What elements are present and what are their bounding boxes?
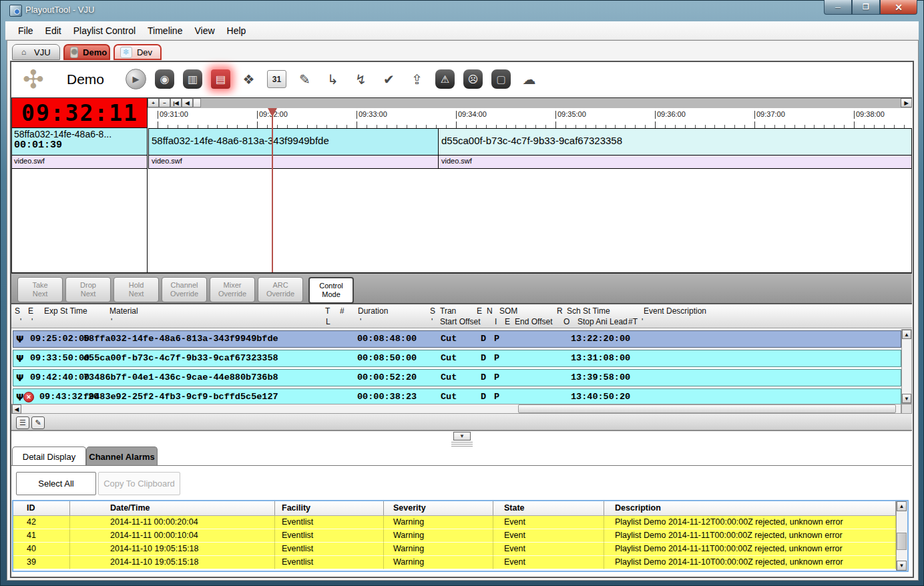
take-next-button[interactable]: Take Next <box>17 277 63 302</box>
grid-horizontal-scrollbar[interactable]: ◀ <box>11 404 901 414</box>
alarm-description: Playlist Demo 2014-11-12T00:00:00Z rejec… <box>604 516 896 529</box>
calendar-icon[interactable]: 31 <box>267 70 286 88</box>
splitter-grip[interactable] <box>451 442 473 447</box>
zoom-in-button[interactable]: + <box>148 98 159 107</box>
cloud-warning-icon[interactable]: ☁ <box>519 69 539 89</box>
alarm-row[interactable]: 40 2014-11-10 19:05:15:18 Eventlist Warn… <box>13 543 896 556</box>
playhead-marker[interactable] <box>268 108 277 117</box>
col-ht: #T <box>628 317 638 326</box>
flag-e: D <box>481 353 486 363</box>
edit-button[interactable]: ✎ <box>31 416 45 429</box>
arc-override-button[interactable]: ARC Override <box>258 277 303 302</box>
alarm-id: 42 <box>13 516 70 529</box>
transition: Cut <box>441 392 457 402</box>
timeline-clip-video-1[interactable]: 58ffa032-14fe-48a6-813a-343f9949bfde <box>148 128 439 156</box>
live-event-icon: Ψ <box>16 372 23 383</box>
alarm-severity: Warning <box>384 529 493 543</box>
minimize-button[interactable]: ─ <box>824 0 852 15</box>
monitor-warning-icon[interactable]: ⚠ <box>435 69 455 89</box>
col-duration: Duration <box>358 306 388 316</box>
alarms-vertical-scrollbar[interactable]: ▲ ▼ <box>896 501 907 571</box>
collapse-panel-button[interactable]: ▼ <box>453 432 471 441</box>
ruler-tick-label: 09:35:00 <box>555 111 586 119</box>
check-signal-icon[interactable]: ✔ <box>379 69 399 89</box>
timeline-scroll-thumb[interactable] <box>193 98 201 107</box>
titlebar[interactable]: PlayoutTool - VJU ─ ❐ ✕ <box>0 0 924 21</box>
menu-view[interactable]: View <box>188 23 220 38</box>
edit-notes-icon[interactable]: ✎ <box>295 69 314 89</box>
event-row[interactable]: Ψ 09:25:02:00 58ffa032-14fe-48a6-813a-34… <box>13 330 901 348</box>
scroll-up-button[interactable]: ▲ <box>897 501 907 511</box>
scrollbar-corner <box>901 404 912 414</box>
film-signal-out-icon[interactable]: ↳ <box>323 69 342 89</box>
current-clip-title: 58ffa032-14fe-48a6-8... <box>14 129 146 139</box>
drop-next-button[interactable]: Drop Next <box>65 277 111 302</box>
bottom-tab-divider <box>11 465 912 466</box>
window-title: PlayoutTool - VJU <box>25 5 94 15</box>
copy-to-clipboard-button[interactable]: Copy To Clipboard <box>98 472 180 495</box>
exp-st-time: 09:42:40:00 <box>30 372 89 382</box>
tab-demo[interactable]: ✺ Demo <box>63 44 110 60</box>
grid-hscroll-thumb[interactable] <box>518 404 896 413</box>
col-q3: ' <box>111 317 112 326</box>
film-active-icon[interactable]: ▤ <box>211 69 230 89</box>
menu-help[interactable]: Help <box>221 23 252 38</box>
alarm-description: Playlist Demo 2014-11-10T00:00:00Z rejec… <box>604 556 896 569</box>
film-columns-icon[interactable]: ▥ <box>183 69 202 89</box>
graphics-signal-out-icon[interactable]: ↯ <box>351 69 371 89</box>
tab-detail-display[interactable]: Detail Display <box>12 447 86 466</box>
channel-override-button[interactable]: Channel Override <box>162 277 207 302</box>
playhead-line[interactable] <box>272 109 273 272</box>
hold-next-button[interactable]: Hold Next <box>113 277 159 302</box>
alarm-row[interactable]: 39 2014-11-10 19:05:15:18 Eventlist Warn… <box>13 556 896 569</box>
menu-edit[interactable]: Edit <box>39 23 67 38</box>
exp-st-time: 09:33:50:00 <box>30 353 89 363</box>
alarm-col-datetime: Date/Time <box>70 501 275 515</box>
menu-timeline[interactable]: Timeline <box>142 23 188 38</box>
graphics-3d-icon[interactable]: ❖ <box>239 69 258 89</box>
current-clip-countdown: 00:01:39 <box>14 139 146 151</box>
menu-file[interactable]: File <box>12 23 39 38</box>
window-controls: ─ ❐ ✕ <box>824 0 917 15</box>
timeline-scrollbar[interactable]: + − |◀ ◀ ▶ <box>148 98 912 109</box>
scroll-up-button[interactable]: ▲ <box>902 330 911 339</box>
zoom-out-button[interactable]: − <box>159 98 170 107</box>
step-back-button[interactable]: ◀ <box>182 98 193 107</box>
tab-dev-label: Dev <box>137 47 152 57</box>
control-mode-button[interactable]: Control Mode <box>308 277 354 304</box>
col-stop-ani-lead: Stop Ani Lead <box>578 317 628 326</box>
maximize-button[interactable]: ❐ <box>852 0 880 15</box>
go-to-start-button[interactable]: |◀ <box>170 98 182 107</box>
scroll-left-button[interactable]: ◀ <box>12 404 21 414</box>
grid-vertical-scrollbar[interactable]: ▲ ▼ <box>901 329 912 404</box>
col-start-offset: Start Offset <box>440 317 480 326</box>
scroll-right-button[interactable]: ▶ <box>901 98 912 107</box>
alarms-table: ID Date/Time Facility Severity State Des… <box>12 500 909 572</box>
close-button[interactable]: ✕ <box>880 0 917 15</box>
on-air-toggle-icon[interactable]: ◉ <box>155 69 174 89</box>
event-row[interactable]: Ψ 09:33:50:00 d55ca00f-b73c-4c7f-9b33-9c… <box>13 350 901 367</box>
signal-eject-icon[interactable]: ⇪ <box>407 69 427 89</box>
list-view-button[interactable]: ☰ <box>16 416 29 429</box>
scroll-down-button[interactable]: ▼ <box>897 561 907 571</box>
scroll-down-button[interactable]: ▼ <box>902 394 911 403</box>
timeline-clip-graphics-1[interactable]: video.swf <box>148 156 439 169</box>
tab-dev[interactable]: ❄ Dev <box>113 44 162 60</box>
monitor-icon[interactable]: ▢ <box>491 69 511 89</box>
flag-n: P <box>494 372 499 382</box>
mixer-override-button[interactable]: Mixer Override <box>210 277 255 302</box>
alarm-row[interactable]: 41 2014-11-11 00:00:10:04 Eventlist Warn… <box>13 529 896 543</box>
tab-vju[interactable]: ⌂ VJU <box>12 44 60 60</box>
tab-channel-alarms[interactable]: Channel Alarms <box>86 447 158 466</box>
alarms-scroll-thumb[interactable] <box>897 533 907 550</box>
col-l: L <box>326 317 330 326</box>
timeline-clip-graphics-2[interactable]: video.swf <box>438 156 912 169</box>
alarm-row[interactable]: 42 2014-11-11 00:00:20:04 Eventlist Warn… <box>13 516 896 529</box>
monitor-error-icon[interactable]: ☹ <box>463 69 483 89</box>
timeline-clip-video-2[interactable]: d55ca00f-b73c-4c7f-9b33-9caf67323358 <box>438 128 912 156</box>
event-row[interactable]: Ψ 09:42:40:00 73486b7f-04e1-436c-9cae-44… <box>13 369 901 386</box>
col-e2: E <box>477 306 482 316</box>
play-icon[interactable]: ▶ <box>126 69 146 89</box>
select-all-button[interactable]: Select All <box>16 472 96 495</box>
menu-playlist-control[interactable]: Playlist Control <box>67 23 142 38</box>
